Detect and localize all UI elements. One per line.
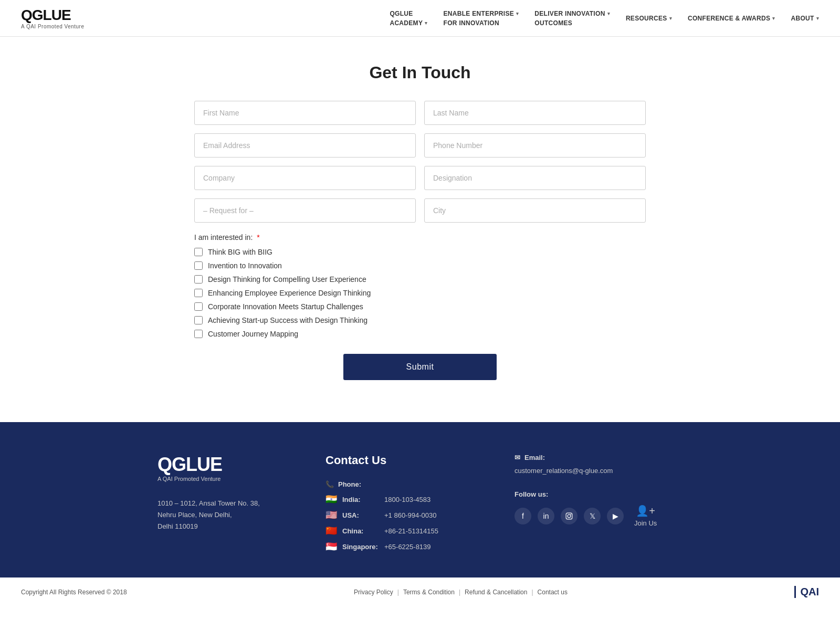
- checkbox-label-1: Invention to Innovation: [208, 261, 282, 270]
- checkbox-think-big[interactable]: [194, 248, 203, 256]
- city-input[interactable]: [424, 198, 646, 223]
- follow-section: Follow us: f in 𝕏 ▶ 👤+ Join Us: [514, 490, 682, 527]
- logo[interactable]: QGLUE A QAI Promoted Venture: [21, 7, 85, 29]
- email-input[interactable]: [194, 133, 416, 158]
- address-line1: 1010 – 1012, Ansal Tower No. 38,: [158, 498, 304, 509]
- nav-label-about: ABOUT: [791, 15, 814, 22]
- footer-logo: QGLUE: [158, 454, 304, 476]
- checkbox-item-1[interactable]: Invention to Innovation: [194, 261, 646, 270]
- form-row-2: [194, 133, 646, 158]
- contact-link[interactable]: Contact us: [538, 589, 568, 596]
- checkbox-corporate-innovation[interactable]: [194, 302, 203, 311]
- checkbox-label-3: Enhancing Employee Experience Design Thi…: [208, 289, 371, 297]
- instagram-icon[interactable]: [561, 508, 578, 524]
- youtube-icon[interactable]: ▶: [607, 508, 624, 524]
- chevron-down-icon: ▾: [816, 16, 819, 21]
- submit-button[interactable]: Submit: [343, 354, 497, 380]
- nav-label-enterprise-1: ENABLE ENTERPRISE: [444, 10, 514, 17]
- checkbox-label-5: Achieving Start-up Success with Design T…: [208, 316, 368, 324]
- join-icon: 👤+: [636, 505, 655, 517]
- flag-singapore: 🇸🇬: [326, 541, 337, 552]
- chevron-down-icon: ▾: [607, 11, 610, 16]
- nav-item-enterprise[interactable]: ENABLE ENTERPRISE ▾ FOR INNOVATION: [444, 10, 519, 27]
- checkbox-label-0: Think BIG with BIIG: [208, 248, 272, 256]
- designation-input[interactable]: [424, 166, 646, 190]
- nav-items: QGLUE ACADEMY ▾ ENABLE ENTERPRISE ▾ FOR …: [390, 10, 819, 27]
- footer-links: Privacy Policy | Terms & Condition | Ref…: [354, 589, 568, 596]
- sep1: |: [397, 589, 399, 596]
- footer-main: QGLUE A QAI Promoted Venture 1010 – 1012…: [136, 422, 704, 578]
- nav-item-about[interactable]: ABOUT ▾: [791, 15, 819, 22]
- phone-india: 🇮🇳 India: 1800-103-4583: [326, 494, 494, 505]
- country-india: India:: [342, 496, 379, 503]
- phone-singapore: 🇸🇬 Singapore: +65-6225-8139: [326, 541, 494, 552]
- flag-india: 🇮🇳: [326, 494, 337, 505]
- nav-label-academy-1: QGLUE: [390, 10, 413, 17]
- follow-label: Follow us:: [514, 490, 682, 498]
- interested-section: I am interested in: * Think BIG with BII…: [194, 233, 646, 338]
- checkbox-employee-experience[interactable]: [194, 289, 203, 297]
- nav-item-academy[interactable]: QGLUE ACADEMY ▾: [390, 10, 427, 27]
- checkbox-item-5[interactable]: Achieving Start-up Success with Design T…: [194, 316, 646, 324]
- form-row-3: [194, 166, 646, 190]
- facebook-icon[interactable]: f: [514, 508, 531, 524]
- flag-usa: 🇺🇸: [326, 509, 337, 521]
- email-section: ✉ Email: customer_relations@q-glue.com: [514, 454, 682, 475]
- join-label: Join Us: [634, 519, 657, 527]
- checkbox-item-6[interactable]: Customer Journey Mapping: [194, 330, 646, 338]
- required-marker: *: [257, 233, 259, 242]
- checkbox-label-2: Design Thinking for Compelling User Expe…: [208, 275, 366, 284]
- checkbox-customer-journey[interactable]: [194, 330, 203, 338]
- footer-logo-sub: A QAI Promoted Venture: [158, 476, 304, 482]
- twitter-icon[interactable]: 𝕏: [584, 508, 601, 524]
- footer-right: ✉ Email: customer_relations@q-glue.com F…: [514, 454, 682, 556]
- company-input[interactable]: [194, 166, 416, 190]
- logo-text: QGLUE: [21, 7, 85, 24]
- nav-label-resources: RESOURCES: [626, 15, 667, 22]
- copyright: Copyright All Rights Reserved © 2018: [21, 589, 127, 596]
- checkbox-item-3[interactable]: Enhancing Employee Experience Design Thi…: [194, 289, 646, 297]
- phone-usa-number: +1 860-994-0030: [384, 511, 436, 519]
- country-singapore: Singapore:: [342, 543, 379, 551]
- nav-label-innovation-2: OUTCOMES: [534, 19, 572, 27]
- phone-input[interactable]: [424, 133, 646, 158]
- checkbox-item-2[interactable]: Design Thinking for Compelling User Expe…: [194, 275, 646, 284]
- nav-item-conference[interactable]: CONFERENCE & AWARDS ▾: [688, 15, 775, 22]
- nav-item-innovation[interactable]: DELIVER INNOVATION ▾ OUTCOMES: [534, 10, 610, 27]
- social-icons: f in 𝕏 ▶: [514, 508, 624, 524]
- country-china: China:: [342, 527, 379, 535]
- country-usa: USA:: [342, 511, 379, 519]
- nav-label-conference: CONFERENCE & AWARDS: [688, 15, 770, 22]
- footer-address: 1010 – 1012, Ansal Tower No. 38, Nehru P…: [158, 498, 304, 532]
- request-input[interactable]: [194, 198, 416, 223]
- sep2: |: [459, 589, 460, 596]
- join-us-button[interactable]: 👤+ Join Us: [634, 505, 657, 527]
- phone-india-number: 1800-103-4583: [384, 496, 430, 503]
- chevron-down-icon: ▾: [425, 20, 427, 26]
- email-label: ✉ Email:: [514, 454, 682, 461]
- phone-china-number: +86-21-51314155: [384, 527, 438, 535]
- last-name-input[interactable]: [424, 101, 646, 125]
- checkbox-item-0[interactable]: Think BIG with BIIG: [194, 248, 646, 256]
- first-name-input[interactable]: [194, 101, 416, 125]
- sep3: |: [531, 589, 533, 596]
- svg-rect-0: [566, 513, 572, 519]
- address-line3: Delhi 110019: [158, 521, 304, 532]
- checkbox-startup-success[interactable]: [194, 316, 203, 324]
- chevron-down-icon: ▾: [669, 16, 672, 21]
- nav-item-resources[interactable]: RESOURCES ▾: [626, 15, 672, 22]
- checkbox-item-4[interactable]: Corporate Innovation Meets Startup Chall…: [194, 302, 646, 311]
- terms-link[interactable]: Terms & Condition: [403, 589, 455, 596]
- checkbox-invention[interactable]: [194, 261, 203, 270]
- phone-usa: 🇺🇸 USA: +1 860-994-0030: [326, 509, 494, 521]
- privacy-policy-link[interactable]: Privacy Policy: [354, 589, 393, 596]
- linkedin-icon[interactable]: in: [538, 508, 554, 524]
- email-value: customer_relations@q-glue.com: [514, 467, 682, 475]
- checkbox-design-thinking[interactable]: [194, 275, 203, 284]
- refund-link[interactable]: Refund & Cancellation: [465, 589, 527, 596]
- qai-logo: QAI: [794, 586, 819, 598]
- contact-form: I am interested in: * Think BIG with BII…: [194, 101, 646, 380]
- footer-logo-area: QGLUE A QAI Promoted Venture 1010 – 1012…: [158, 454, 304, 556]
- qai-text: QAI: [800, 586, 819, 598]
- svg-point-2: [570, 513, 571, 514]
